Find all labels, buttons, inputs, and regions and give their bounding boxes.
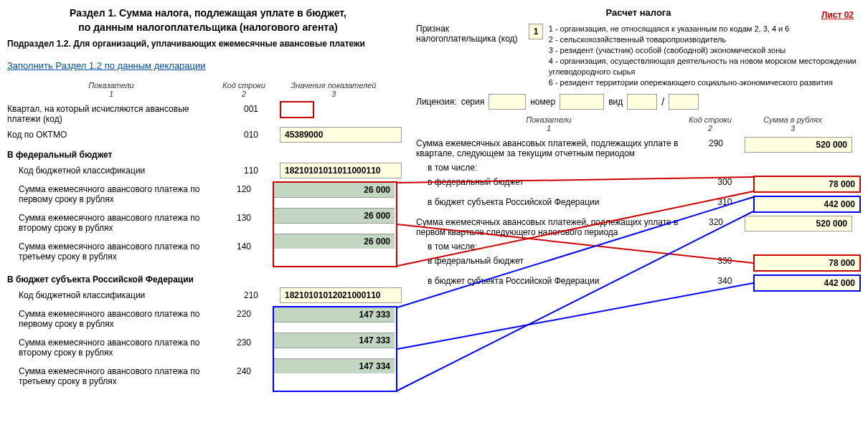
federal-section: В федеральный бюджет (7, 150, 409, 160)
r310-input[interactable]: 442 000 (753, 196, 861, 213)
right-panel: Лист 02 Расчет налога Признак налогоплат… (416, 7, 861, 295)
right-table-header: Показатели1 Код строки2 Сумма в рублях3 (416, 115, 861, 133)
row-110: Код бюджетной классификации 110 18210101… (7, 163, 409, 178)
section-title-2: по данным налогоплательщика (налогового … (7, 22, 409, 33)
kbk-fed-input[interactable]: 18210101011011000110 (280, 163, 402, 178)
taxpayer-code-input[interactable]: 1 (529, 24, 542, 39)
r330-input[interactable]: 78 000 (753, 254, 861, 272)
fed-advance-stack: 26 000 26 000 26 000 (273, 181, 397, 267)
subject-section: В бюджет субъекта Российской Федерации (7, 274, 409, 285)
taxpayer-legend: 1 - организация, не относящаяся к указан… (549, 24, 861, 88)
subsection-title: Подраздел 1.2. Для организаций, уплачива… (7, 39, 409, 49)
sub-advance-stack: 147 333 147 333 147 334 (273, 306, 397, 392)
license-kind2-input[interactable] (669, 94, 699, 110)
row-300: в федеральный бюджет 300 78 000 (416, 176, 861, 193)
r300-input[interactable]: 78 000 (753, 176, 861, 193)
sheet-label: Лист 02 (821, 10, 854, 20)
r290-input[interactable]: 520 000 (745, 137, 852, 153)
left-panel: Раздел 1. Сумма налога, подлежащая уплат… (7, 7, 409, 395)
license-number-input[interactable] (560, 94, 604, 110)
row-290: Сумма ежемесячных авансовых платежей, по… (416, 137, 861, 158)
r240-input[interactable]: 147 334 (274, 358, 395, 373)
r220-input[interactable]: 147 333 (274, 307, 395, 322)
license-kind-input[interactable] (627, 94, 657, 110)
row-320: Сумма ежемесячных авансовых платежей, по… (416, 216, 861, 237)
row-330: в федеральный бюджет 330 78 000 (416, 254, 861, 272)
row-010: Код по ОКТМО 010 45389000 (7, 127, 409, 143)
r320-input[interactable]: 520 000 (745, 216, 852, 231)
r140-input[interactable]: 26 000 (274, 234, 395, 249)
row-001: Квартал, на который исчисляются авансовы… (7, 101, 409, 124)
oktmo-input[interactable]: 45389000 (280, 127, 402, 143)
calc-title: Расчет налога (416, 7, 861, 18)
row-sub-stack: Сумма ежемесячного авансового платежа по… (7, 306, 409, 392)
r130-input[interactable]: 26 000 (274, 208, 395, 224)
kbk-sub-input[interactable]: 18210101012021000110 (280, 287, 402, 303)
quarter-code-input[interactable] (280, 101, 314, 118)
section-title-1: Раздел 1. Сумма налога, подлежащая уплат… (7, 7, 409, 19)
license-row: Лицензия: серия номер вид / (416, 94, 861, 110)
license-series-input[interactable] (489, 94, 526, 110)
left-table-header: Показатели1 Код строки2 Значения показат… (7, 81, 409, 98)
row-fed-stack: Сумма ежемесячного авансового платежа по… (7, 181, 409, 267)
fill-section-link[interactable]: Заполнить Раздел 1.2 по данным деклараци… (7, 60, 206, 71)
row-340: в бюджет субъекта Российской Федерации 3… (416, 274, 861, 292)
r230-input[interactable]: 147 333 (274, 333, 395, 348)
taxpayer-row: Признак налогоплательщика (код) 1 1 - ор… (416, 24, 861, 88)
row-310: в бюджет субъекта Российской Федерации 3… (416, 196, 861, 213)
row-210: Код бюджетной классификации 210 18210101… (7, 287, 409, 303)
r340-input[interactable]: 442 000 (753, 274, 861, 292)
r120-input[interactable]: 26 000 (274, 183, 395, 198)
